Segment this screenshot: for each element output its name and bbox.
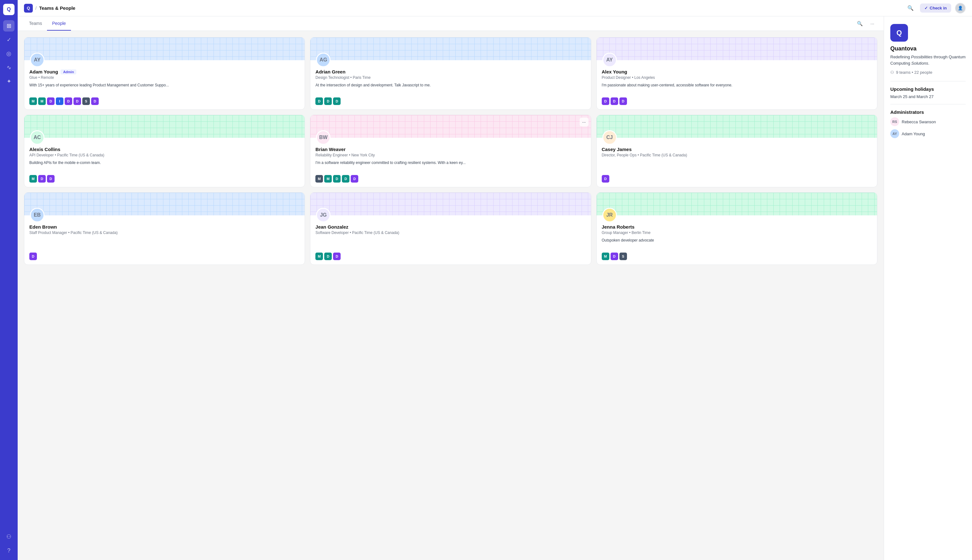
person-role: Product Designer • Los Angeles bbox=[602, 75, 872, 80]
tag-m: M bbox=[315, 175, 323, 183]
banner-grid bbox=[24, 38, 305, 60]
sidebar-item-pulse[interactable]: ∿ bbox=[3, 62, 15, 73]
page-title: Teams & People bbox=[39, 5, 75, 11]
person-role: API Developer • Pacific Time (US & Canad… bbox=[29, 153, 300, 157]
person-name: Jenna Roberts bbox=[602, 224, 635, 230]
admins-list: RS Rebecca Swanson AY Adam Young bbox=[890, 117, 966, 138]
card-banner: JR bbox=[597, 193, 877, 215]
right-sidebar: Q Quantova Redefining Possibilities thro… bbox=[884, 17, 972, 560]
sidebar-item-people[interactable]: ⚇ bbox=[3, 531, 15, 542]
main-area: Q / Teams & People 🔍 ✓ Check in 👤 Teams … bbox=[18, 0, 972, 560]
sidebar-logo[interactable]: Q bbox=[3, 4, 15, 15]
card-name-row: Jenna Roberts bbox=[602, 224, 872, 230]
card-body: Alex Young Product Designer • Los Angele… bbox=[597, 60, 877, 109]
tag-m: M bbox=[315, 253, 323, 260]
banner-grid bbox=[597, 115, 877, 138]
sidebar-item-help[interactable]: ? bbox=[3, 545, 15, 556]
person-bio bbox=[29, 237, 300, 249]
holidays-text: March 25 and March 27 bbox=[890, 94, 966, 99]
admin-adam-young[interactable]: AY Adam Young bbox=[890, 129, 966, 138]
org-tagline: Redefining Possibilities through Quantum… bbox=[890, 54, 966, 66]
sidebar-item-bulb[interactable]: ✦ bbox=[3, 76, 15, 87]
card-avatar: JR bbox=[602, 208, 617, 222]
card-avatar: AY bbox=[30, 53, 45, 67]
banner-grid bbox=[597, 38, 877, 60]
card-tags: MDS bbox=[602, 253, 872, 260]
divider-1 bbox=[890, 81, 966, 82]
card-body: Adrian Green Design Technologist • Paris… bbox=[310, 60, 591, 109]
tag-d: D bbox=[333, 253, 341, 260]
tag-s: S bbox=[619, 253, 627, 260]
banner-grid bbox=[310, 38, 591, 60]
person-role: Group Manager • Berlin Time bbox=[602, 230, 872, 235]
card-name-row: Alexis Collins bbox=[29, 147, 300, 152]
tab-search-button[interactable]: 🔍 bbox=[855, 18, 865, 29]
tag-d: D bbox=[38, 175, 46, 183]
card-body: Jenna Roberts Group Manager • Berlin Tim… bbox=[597, 215, 877, 265]
org-stats: ⚇ 9 teams • 22 people bbox=[890, 70, 966, 75]
person-name: Jean Gonzalez bbox=[315, 224, 348, 230]
person-card-jean-gonzalez[interactable]: JG Jean Gonzalez Software Developer • Pa… bbox=[310, 192, 591, 265]
org-name: Quantova bbox=[890, 45, 966, 52]
avatar-initials: JR bbox=[606, 212, 612, 218]
admin-name: Adam Young bbox=[902, 132, 925, 136]
person-name: Alexis Collins bbox=[29, 147, 60, 152]
checkin-icon: ✓ bbox=[924, 6, 928, 10]
tab-people[interactable]: People bbox=[47, 17, 71, 31]
person-bio bbox=[602, 160, 872, 171]
content-area: Teams People 🔍 ··· AY Adam Young Admin bbox=[18, 17, 972, 560]
tag-d: D bbox=[47, 97, 55, 105]
checkin-button[interactable]: ✓ Check in bbox=[920, 3, 951, 13]
user-avatar-button[interactable]: 👤 bbox=[955, 3, 966, 13]
card-more-menu[interactable]: ··· bbox=[580, 118, 589, 127]
person-card-adam-young[interactable]: AY Adam Young Admin Glue • Remote With 1… bbox=[24, 37, 305, 110]
person-card-alexis-collins[interactable]: AC Alexis Collins API Developer • Pacifi… bbox=[24, 115, 305, 187]
person-card-jenna-roberts[interactable]: JR Jenna Roberts Group Manager • Berlin … bbox=[596, 192, 877, 265]
card-body: Jean Gonzalez Software Developer • Pacif… bbox=[310, 215, 591, 265]
tag-d: D bbox=[610, 97, 618, 105]
administrators-title: Administrators bbox=[890, 109, 966, 115]
person-role: Staff Product Manager • Pacific Time (US… bbox=[29, 230, 300, 235]
tagline-start: Redefining bbox=[890, 55, 911, 59]
tag-m: M bbox=[38, 97, 46, 105]
card-banner: JG bbox=[310, 193, 591, 215]
banner-grid bbox=[24, 115, 305, 138]
avatar-initials: AY bbox=[34, 57, 41, 63]
tag-m: M bbox=[29, 175, 37, 183]
people-panel: Teams People 🔍 ··· AY Adam Young Admin bbox=[18, 17, 884, 560]
card-body: Eden Brown Staff Product Manager • Pacif… bbox=[24, 215, 305, 265]
tab-more-button[interactable]: ··· bbox=[867, 18, 877, 29]
sidebar-item-home[interactable]: ⊞ bbox=[3, 20, 15, 32]
person-card-alex-young[interactable]: AY Alex Young Product Designer • Los Ang… bbox=[596, 37, 877, 110]
tag-d: D bbox=[342, 175, 349, 183]
card-body: Adam Young Admin Glue • Remote With 15+ … bbox=[24, 60, 305, 109]
person-card-adrian-green[interactable]: AG Adrian Green Design Technologist • Pa… bbox=[310, 37, 591, 110]
tag-d: D bbox=[351, 175, 358, 183]
card-banner: ··· BW bbox=[310, 115, 591, 138]
admin-initials: RS bbox=[892, 120, 897, 123]
card-tags: DDD bbox=[602, 97, 872, 105]
admin-avatar: RS bbox=[890, 117, 899, 126]
avatar-initials: AC bbox=[33, 135, 41, 140]
tag-d: D bbox=[619, 97, 627, 105]
avatar-initials: EB bbox=[34, 212, 41, 218]
card-banner: EB bbox=[24, 193, 305, 215]
sidebar-item-compass[interactable]: ◎ bbox=[3, 48, 15, 59]
person-card-brian-weaver[interactable]: ··· BW Brian Weaver Reliability Engineer… bbox=[310, 115, 591, 187]
tab-teams[interactable]: Teams bbox=[24, 17, 47, 31]
checkin-label: Check in bbox=[930, 6, 947, 10]
card-name-row: Adam Young Admin bbox=[29, 69, 300, 74]
tag-d: D bbox=[324, 253, 332, 260]
tab-actions: 🔍 ··· bbox=[855, 18, 877, 29]
card-banner: AG bbox=[310, 38, 591, 60]
tag-d: D bbox=[602, 175, 609, 183]
tabs-bar: Teams People 🔍 ··· bbox=[18, 17, 884, 31]
admin-rebecca-swanson[interactable]: RS Rebecca Swanson bbox=[890, 117, 966, 126]
person-card-eden-brown[interactable]: EB Eden Brown Staff Product Manager • Pa… bbox=[24, 192, 305, 265]
upcoming-holidays-title: Upcoming holidays bbox=[890, 87, 966, 92]
sidebar-item-check[interactable]: ✓ bbox=[3, 34, 15, 45]
card-tags: MMDIDDSD bbox=[29, 97, 300, 105]
person-card-casey-james[interactable]: CJ Casey James Director, People Ops • Pa… bbox=[596, 115, 877, 187]
search-button[interactable]: 🔍 bbox=[905, 3, 916, 14]
card-banner: AC bbox=[24, 115, 305, 138]
